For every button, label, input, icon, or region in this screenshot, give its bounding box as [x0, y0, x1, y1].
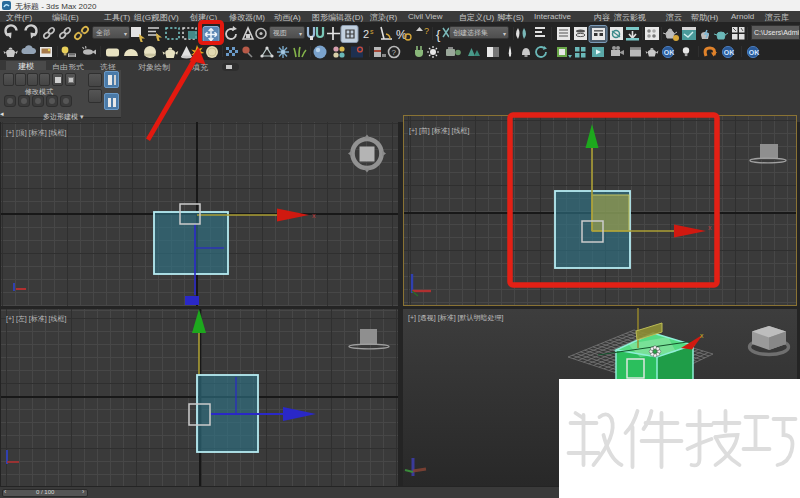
- svg-text:x: x: [312, 212, 316, 219]
- svg-text:x: x: [700, 332, 704, 339]
- svg-text:x: x: [708, 224, 712, 231]
